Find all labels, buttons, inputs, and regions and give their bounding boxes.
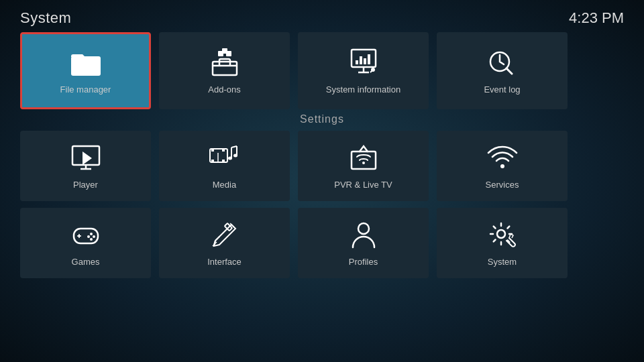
tile-system[interactable]: System [437, 208, 568, 278]
svg-rect-0 [71, 56, 101, 76]
clock: 4:23 PM [569, 9, 624, 27]
folder-icon [70, 47, 102, 79]
games-icon [70, 219, 102, 251]
tile-event-log-label: Event log [484, 84, 520, 95]
svg-rect-1 [213, 62, 237, 75]
settings-row-1: Player M [20, 131, 624, 201]
svg-point-23 [500, 164, 504, 168]
svg-rect-9 [368, 54, 370, 64]
svg-point-22 [362, 162, 365, 164]
svg-point-20 [233, 154, 237, 158]
profiles-icon [347, 219, 380, 251]
svg-point-27 [87, 235, 90, 238]
svg-rect-18 [222, 160, 225, 162]
tile-player[interactable]: Player [20, 131, 151, 201]
svg-point-26 [93, 235, 95, 238]
tile-file-manager-label: File manager [60, 84, 111, 95]
tile-services-label: Services [486, 180, 519, 190]
tile-interface[interactable]: Interface [159, 208, 290, 278]
tile-file-manager[interactable]: File manager [20, 32, 151, 109]
tile-services[interactable]: Services [437, 131, 568, 201]
media-icon [209, 142, 241, 174]
tile-pvr-live-tv-label: PVR & Live TV [334, 180, 392, 190]
svg-rect-21 [352, 152, 376, 169]
page-title: System [20, 9, 71, 27]
settings-grid: Player M [0, 131, 644, 278]
top-bar: System 4:23 PM [0, 0, 644, 32]
svg-rect-7 [360, 56, 362, 64]
svg-point-25 [90, 233, 93, 235]
top-row: File manager Add-ons [0, 32, 644, 109]
svg-point-19 [228, 157, 232, 160]
svg-rect-8 [364, 58, 366, 64]
tile-games-label: Games [72, 257, 100, 267]
services-icon [486, 142, 519, 174]
tile-media-label: Media [213, 180, 236, 190]
tile-games[interactable]: Games [20, 208, 151, 278]
svg-point-30 [358, 223, 369, 234]
tile-system-information-label: System information [326, 84, 400, 95]
addons-icon [209, 47, 241, 79]
interface-icon [209, 219, 241, 251]
svg-point-12 [507, 68, 508, 69]
tile-pvr-live-tv[interactable]: PVR & Live TV [298, 131, 429, 201]
system-info-icon [347, 47, 380, 79]
settings-row-2: Games Interface [20, 208, 624, 278]
tile-event-log[interactable]: Event log [437, 32, 568, 109]
event-log-icon [486, 47, 519, 79]
tile-profiles-label: Profiles [349, 257, 378, 267]
svg-rect-4 [222, 48, 227, 54]
tile-interface-label: Interface [207, 257, 241, 267]
svg-rect-16 [222, 149, 225, 152]
system-icon [486, 219, 519, 251]
tile-profiles[interactable]: Profiles [298, 208, 429, 278]
tile-media[interactable]: Media [159, 131, 290, 201]
pvr-icon [347, 142, 380, 174]
tile-player-label: Player [73, 180, 98, 190]
svg-point-28 [90, 238, 93, 241]
player-icon [70, 142, 102, 174]
tile-system-information[interactable]: System information [298, 32, 429, 109]
svg-rect-17 [211, 160, 214, 162]
settings-label: Settings [0, 113, 644, 125]
tile-add-ons-label: Add-ons [208, 84, 240, 95]
svg-rect-15 [211, 149, 214, 152]
svg-rect-6 [356, 60, 358, 64]
tile-system-label: System [488, 257, 517, 267]
tile-add-ons[interactable]: Add-ons [159, 32, 290, 109]
svg-point-31 [497, 230, 505, 238]
